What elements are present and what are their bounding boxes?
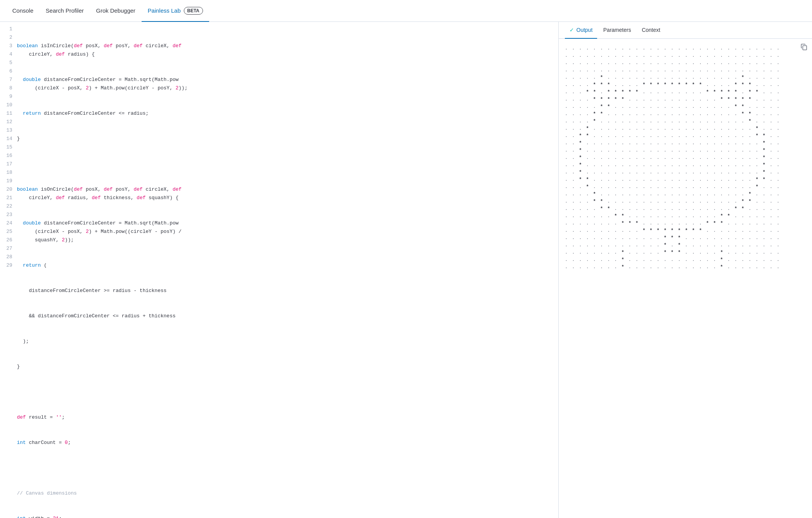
output-tabs: ✓ Output Parameters Context xyxy=(559,22,812,39)
editor-scroll[interactable]: 1 2 3 4 5 6 7 8 9 10 11 12 13 14 15 16 1 xyxy=(0,22,558,518)
dot-grid-output: . . . . . . . . . . . . . . . . . . . . … xyxy=(565,45,806,271)
code-line-12: } xyxy=(17,363,552,371)
code-line-10: && distanceFromCircleCenter <= radius + … xyxy=(17,312,552,320)
code-line-16 xyxy=(17,464,552,472)
line-numbers: 1 2 3 4 5 6 7 8 9 10 11 12 13 14 15 16 1 xyxy=(0,25,17,518)
tab-painless-lab[interactable]: Painless Lab BETA xyxy=(142,0,209,22)
code-line-4: } xyxy=(17,135,552,143)
code-line-14: def result = ''; xyxy=(17,413,552,422)
console-tab-label: Console xyxy=(12,7,33,14)
output-panel: ✓ Output Parameters Context . . . . . . … xyxy=(559,22,812,518)
code-line-9: distanceFromCircleCenter >= radius - thi… xyxy=(17,287,552,295)
code-line-1: boolean isInCircle(def posX, def posY, d… xyxy=(17,42,552,59)
tab-context[interactable]: Context xyxy=(637,22,665,39)
copy-button[interactable] xyxy=(800,43,807,52)
code-line-17: // Canvas dimensions xyxy=(17,489,552,498)
code-line-3: return distanceFromCircleCenter <= radiu… xyxy=(17,109,552,118)
output-tab-label: Output xyxy=(576,27,592,33)
code-line-15: int charCount = 0; xyxy=(17,439,552,447)
grok-debugger-tab-label: Grok Debugger xyxy=(96,7,135,14)
main-layout: 1 2 3 4 5 6 7 8 9 10 11 12 13 14 15 16 1 xyxy=(0,22,812,518)
tab-search-profiler[interactable]: Search Profiler xyxy=(40,0,90,22)
parameters-tab-label: Parameters xyxy=(603,27,631,33)
code-line-7: double distanceFromCircleCenter = Math.s… xyxy=(17,219,552,244)
code-line-5 xyxy=(17,160,552,168)
painless-lab-tab-label: Painless Lab xyxy=(148,7,181,14)
code-editor: 1 2 3 4 5 6 7 8 9 10 11 12 13 14 15 16 1 xyxy=(0,22,558,518)
editor-panel: 1 2 3 4 5 6 7 8 9 10 11 12 13 14 15 16 1 xyxy=(0,22,559,518)
code-line-6: boolean isOnCircle(def posX, def posY, d… xyxy=(17,185,552,202)
code-line-18: int width = 31; xyxy=(17,515,552,518)
code-content[interactable]: boolean isInCircle(def posX, def posY, d… xyxy=(17,25,558,518)
code-line-8: return ( xyxy=(17,261,552,270)
search-profiler-tab-label: Search Profiler xyxy=(46,7,84,14)
svg-rect-0 xyxy=(803,46,807,50)
beta-badge: BETA xyxy=(184,7,203,15)
tab-parameters[interactable]: Parameters xyxy=(599,22,635,39)
code-line-11: ); xyxy=(17,337,552,346)
top-nav: Console Search Profiler Grok Debugger Pa… xyxy=(0,0,812,22)
code-line-2: double distanceFromCircleCenter = Math.s… xyxy=(17,76,552,92)
tab-grok-debugger[interactable]: Grok Debugger xyxy=(90,0,142,22)
check-icon: ✓ xyxy=(569,27,574,33)
output-content: . . . . . . . . . . . . . . . . . . . . … xyxy=(559,39,812,518)
code-line-13 xyxy=(17,388,552,396)
context-tab-label: Context xyxy=(642,27,660,33)
tab-output[interactable]: ✓ Output xyxy=(565,22,597,39)
tab-console[interactable]: Console xyxy=(6,0,40,22)
